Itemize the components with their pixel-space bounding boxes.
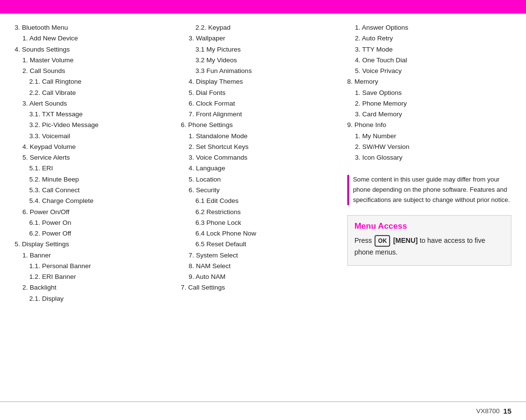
list-item: 4. Language	[181, 163, 337, 174]
list-item: 1. Banner	[15, 250, 171, 261]
list-item: 2.2. Keypad	[181, 22, 337, 33]
list-item: 6.1 Edit Codes	[181, 196, 337, 206]
ok-button-label: OK	[375, 235, 390, 247]
list-item: 3. Icon Glossary	[347, 152, 511, 163]
list-item: 3. Alert Sounds	[15, 98, 171, 109]
list-item: 1. Add New Device	[15, 33, 171, 44]
list-item: 5.4. Charge Complete	[15, 196, 171, 206]
list-item: 3. TTY Mode	[347, 44, 511, 55]
list-item: 6.3 Phone Lock	[181, 218, 337, 228]
menu-access-body: Press OK [MENU] to have access to five p…	[355, 235, 504, 258]
list-item: 6. Power On/Off	[15, 207, 171, 218]
list-item: 3. Voice Commands	[181, 152, 337, 163]
list-item: 4. Keypad Volume	[15, 142, 171, 152]
list-item: 2. Auto Retry	[347, 33, 511, 44]
list-item: 9. Phone Info	[347, 120, 511, 130]
list-item: 6.5 Reset Default	[181, 239, 337, 250]
column-3: 1. Answer Options2. Auto Retry3. TTY Mod…	[347, 22, 511, 163]
list-item: 6. Security	[181, 185, 337, 196]
list-item: 3.1 My Pictures	[181, 44, 337, 55]
list-item: 2. Backlight	[15, 282, 171, 293]
menu-access-suffix: to have access to five phone menus.	[355, 237, 486, 256]
list-item: 2.1. Call Ringtone	[15, 76, 171, 87]
menu-label: [MENU]	[393, 237, 418, 244]
list-item: 2.2. Call Vibrate	[15, 88, 171, 98]
list-item: 5.3. Call Connect	[15, 185, 171, 196]
menu-access-box: Menu Access Press OK [MENU] to have acce…	[347, 215, 511, 266]
list-item: 5. Location	[181, 174, 337, 185]
menu-access-press: Press	[355, 237, 374, 244]
list-item: 6.2. Power Off	[15, 228, 171, 239]
list-item: 3. Bluetooth Menu	[15, 22, 171, 33]
list-item: 9. Auto NAM	[181, 272, 337, 282]
list-item: 4. Display Themes	[181, 76, 337, 87]
list-item: 8. NAM Select	[181, 261, 337, 272]
list-item: 5.2. Minute Beep	[15, 174, 171, 185]
list-item: 6. Phone Settings	[181, 120, 337, 130]
footer: VX8700 15	[0, 402, 526, 420]
list-item: 1. Save Options	[347, 88, 511, 98]
list-item: 1. Answer Options	[347, 22, 511, 33]
note-box: Some content in this user guide may diff…	[347, 175, 511, 205]
list-item: 2. Call Sounds	[15, 66, 171, 76]
note-text: Some content in this user guide may diff…	[353, 175, 511, 205]
list-item: 6. Clock Format	[181, 98, 337, 109]
list-item: 2.1. Display	[15, 293, 171, 304]
list-item: 2. Phone Memory	[347, 98, 511, 109]
list-item: 6.1. Power On	[15, 218, 171, 228]
list-item: 7. Front Alignment	[181, 109, 337, 120]
list-item: 5.1. ERI	[15, 163, 171, 174]
list-item: 3.3 Fun Animations	[181, 66, 337, 76]
list-item: 5. Dial Fonts	[181, 88, 337, 98]
list-item: 1.2. ERI Banner	[15, 272, 171, 282]
list-item: 7. System Select	[181, 250, 337, 261]
list-item: 8. Memory	[347, 76, 511, 87]
list-item: 3.2. Pic-Video Message	[15, 120, 171, 130]
list-item: 4. One Touch Dial	[347, 55, 511, 66]
menu-access-title: Menu Access	[355, 221, 504, 231]
list-item: 3.3. Voicemail	[15, 131, 171, 142]
list-item: 5. Display Settings	[15, 239, 171, 250]
column-1: 3. Bluetooth Menu1. Add New Device4. Sou…	[15, 22, 176, 397]
list-item: 3.1. TXT Message	[15, 109, 171, 120]
note-bar	[347, 175, 349, 205]
list-item: 5. Voice Privacy	[347, 66, 511, 76]
list-item: 2. Set Shortcut Keys	[181, 142, 337, 152]
list-item: 1.1. Personal Banner	[15, 261, 171, 272]
list-item: 1. Standalone Mode	[181, 131, 337, 142]
right-panel: 1. Answer Options2. Auto Retry3. TTY Mod…	[342, 22, 511, 397]
list-item: 1. My Number	[347, 131, 511, 142]
column-2: 2.2. Keypad3. Wallpaper3.1 My Pictures3.…	[176, 22, 342, 397]
model-number: VX8700	[476, 407, 500, 415]
list-item: 1. Master Volume	[15, 55, 171, 66]
top-bar	[0, 0, 526, 14]
list-item: 7. Call Settings	[181, 282, 337, 293]
list-item: 4. Sounds Settings	[15, 44, 171, 55]
list-item: 6.4 Lock Phone Now	[181, 228, 337, 239]
list-item: 3.2 My Videos	[181, 55, 337, 66]
list-item: 3. Card Memory	[347, 109, 511, 120]
list-item: 5. Service Alerts	[15, 152, 171, 163]
page-number: 15	[503, 407, 511, 415]
list-item: 3. Wallpaper	[181, 33, 337, 44]
list-item: 6.2 Restrictions	[181, 207, 337, 218]
list-item: 2. SW/HW Version	[347, 142, 511, 152]
